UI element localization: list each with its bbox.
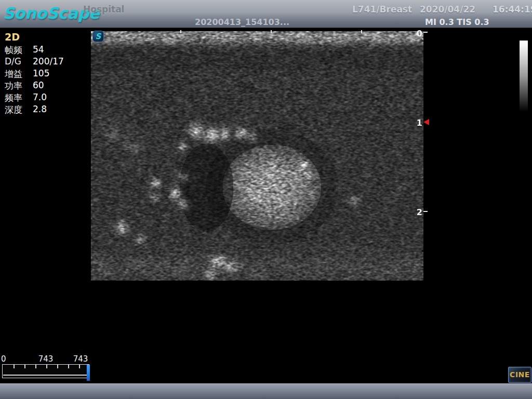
ruler-tick: [180, 30, 181, 33]
param-row-frequency: 频率 7.0: [5, 92, 90, 104]
param-label: 帧频: [5, 44, 22, 56]
cine-tick: [14, 365, 15, 368]
cine-current-frame: 743: [36, 354, 55, 364]
depth-tick: [423, 211, 428, 212]
cine-start-frame: 0: [1, 354, 6, 364]
param-value: 200/17: [33, 56, 64, 66]
param-row-gain: 增益 105: [5, 68, 90, 80]
param-label: 功率: [5, 80, 22, 92]
depth-marker-1: 1: [415, 118, 422, 128]
system-time: 16:44:19: [493, 4, 532, 15]
param-row-dg: D/G 200/17: [5, 56, 90, 68]
ultrasound-image: [91, 31, 423, 281]
cine-tick: [57, 365, 58, 368]
ultrasound-screen: SonoScape Hospital L741/Breast 2020/04/2…: [0, 0, 532, 399]
mode-label: 2D: [5, 31, 20, 43]
cine-button[interactable]: CINE: [508, 367, 531, 383]
cine-total-frames: 743: [71, 354, 90, 364]
mi-tis-values: MI 0.3 TIS 0.3: [425, 17, 489, 27]
param-row-framerate: 帧频 54: [5, 44, 90, 56]
cine-tick: [35, 365, 36, 368]
param-row-power: 功率 60: [5, 80, 90, 92]
param-value: 7.0: [33, 92, 47, 102]
grayscale-map-bar: [520, 41, 528, 112]
depth-tick: [423, 32, 428, 33]
param-value: 60: [33, 80, 44, 90]
cine-position-cursor[interactable]: [87, 365, 90, 381]
system-date: 2020/04/22: [420, 4, 475, 15]
ruler-tick: [271, 30, 272, 33]
param-label: 深度: [5, 104, 22, 116]
param-label: 增益: [5, 68, 22, 80]
cine-tick: [24, 365, 25, 368]
cine-progress-track[interactable]: [2, 364, 89, 378]
orientation-marker-icon: S: [92, 31, 104, 42]
depth-marker-2: 2: [415, 207, 422, 217]
focus-position-arrow-icon[interactable]: [423, 119, 429, 125]
param-value: 105: [33, 68, 49, 78]
cine-tick: [79, 365, 80, 368]
param-row-depth: 深度 2.8: [5, 104, 90, 116]
param-label: 频率: [5, 92, 22, 104]
taskbar: [0, 383, 532, 399]
param-label: D/G: [5, 56, 21, 66]
cine-tick: [46, 365, 47, 368]
ruler-tick: [361, 30, 362, 33]
hospital-name: Hospital: [83, 4, 124, 15]
probe-preset: L741/Breast: [352, 4, 412, 15]
title-bar: SonoScape Hospital L741/Breast 2020/04/2…: [0, 0, 532, 28]
depth-marker-0: 0: [415, 29, 422, 38]
param-value: 54: [33, 44, 44, 55]
exam-id: 20200413_154103...: [195, 17, 289, 27]
cine-tick: [68, 365, 69, 368]
param-value: 2.8: [33, 104, 47, 114]
cine-track-line: [3, 375, 87, 376]
